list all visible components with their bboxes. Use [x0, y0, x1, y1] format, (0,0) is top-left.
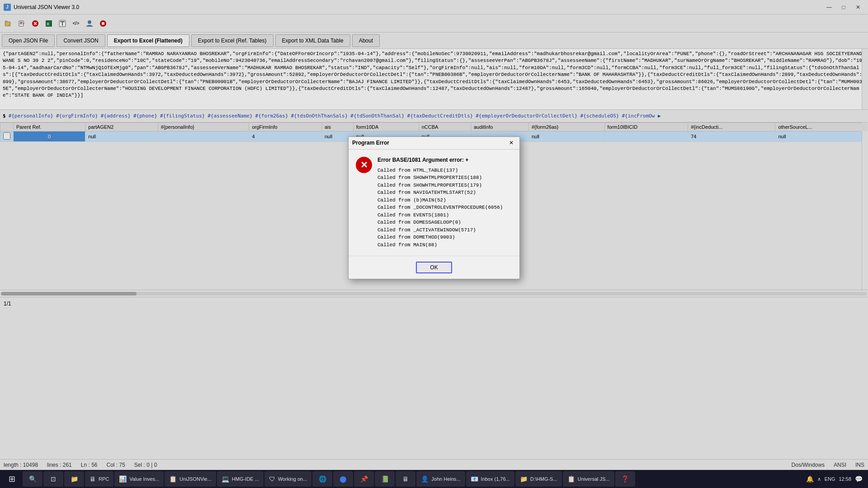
- modal-content: Error BASE/1081 Argument error: + Called…: [377, 157, 512, 249]
- stack-line-8: Called from DOMESSAGELOOP(0): [377, 219, 512, 226]
- modal-footer: OK: [349, 256, 519, 279]
- stack-line-3: Called from SHOWHTMLPROPERTIES(179): [377, 182, 512, 189]
- modal-overlay: Program Error ✕ ✕ Error BASE/1081 Argume…: [0, 0, 868, 488]
- ok-button[interactable]: OK: [416, 262, 452, 273]
- stack-line-9: Called from _ACTIVATEWINDOW(5717): [377, 226, 512, 234]
- stack-line-1: Called from HTML_TABLE(137): [377, 167, 512, 174]
- stack-line-10: Called from DOMETHOD(9003): [377, 234, 512, 241]
- stack-line-7: Called from EVENTS(1801): [377, 211, 512, 219]
- stack-trace: Called from HTML_TABLE(137) Called from …: [377, 167, 512, 249]
- error-title: Error BASE/1081 Argument error: +: [377, 157, 512, 163]
- modal-close-button[interactable]: ✕: [507, 138, 516, 147]
- stack-line-6: Called from _DOCONTROLEVENTPROCEDURE(605…: [377, 204, 512, 211]
- error-x-symbol: ✕: [360, 160, 368, 170]
- modal-body: ✕ Error BASE/1081 Argument error: + Call…: [349, 150, 519, 256]
- stack-line-4: Called from NAVIGATEHTMLSTART(52): [377, 189, 512, 197]
- stack-line-5: Called from (b)MAIN(52): [377, 197, 512, 204]
- error-icon: ✕: [356, 157, 372, 173]
- stack-line-2: Called from SHOWHTMLPROPERTIES(188): [377, 174, 512, 182]
- stack-line-11: Called from MAIN(88): [377, 241, 512, 249]
- modal-title: Program Error: [352, 140, 507, 146]
- modal-title-bar: Program Error ✕: [349, 137, 519, 150]
- program-error-dialog: Program Error ✕ ✕ Error BASE/1081 Argume…: [348, 136, 520, 280]
